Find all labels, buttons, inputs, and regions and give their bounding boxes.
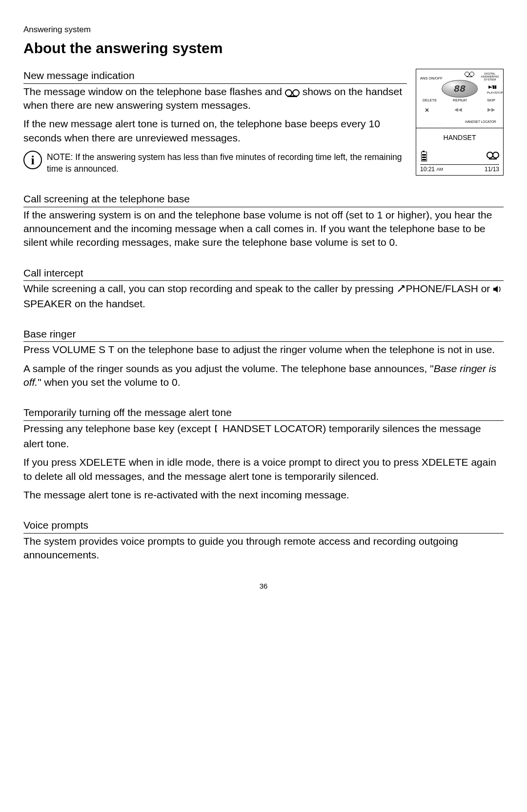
forward-icon: ▶▶ (487, 106, 495, 113)
phone-icon (397, 283, 405, 297)
tape-icon (486, 152, 499, 158)
screen-date: 11/13 (485, 165, 499, 173)
label-ans-onoff: ANS ON/OFF (420, 77, 443, 80)
para-base-ringer-1: Press VOLUME S T on the telephone base t… (23, 343, 504, 356)
para-call-intercept: While screening a call, you can stop rec… (23, 282, 504, 311)
screen-title: HANDSET (416, 133, 503, 142)
heading-call-screening: Call screening at the telephone base (23, 192, 504, 207)
label-repeat: REPEAT (453, 99, 467, 102)
label-playstop: PLAY/STOP (487, 91, 503, 94)
heading-base-ringer: Base ringer (23, 327, 504, 342)
screen-time: 10:21 AM (420, 165, 443, 173)
heading-call-intercept: Call intercept (23, 266, 504, 281)
para-temp-off-2: If you press XDELETE when in idle mode, … (23, 456, 504, 483)
battery-icon (421, 152, 427, 161)
tape-icon (285, 89, 300, 96)
page-number: 36 (23, 581, 504, 591)
para-voice-prompts: The system provides voice prompts to gui… (23, 535, 504, 562)
device-figure: ANS ON/OFF DIGITAL ANSWERING SYSTEM 88 ▶… (416, 69, 504, 176)
heading-temp-off: Temporarily turning off the message aler… (23, 406, 504, 420)
rewind-icon: ◀◀ (454, 106, 462, 113)
handset-screen: HANDSET 10:21 AM 11/13 (416, 128, 503, 175)
delete-x-icon: ✕ (425, 106, 429, 114)
label-delete: DELETE (423, 99, 437, 102)
play-stop-icon: ▶/▮▮ (488, 84, 496, 90)
note-text: NOTE: If the answering system has less t… (47, 150, 407, 175)
message-counter: 88 (442, 80, 478, 98)
info-icon: i (23, 151, 42, 169)
label-digital: DIGITAL ANSWERING SYSTEM (477, 72, 503, 81)
heading-voice-prompts: Voice prompts (23, 518, 504, 533)
speaker-icon (493, 283, 503, 297)
dots: . . . . . . (424, 122, 443, 126)
para-call-screening: If the answering system is on and the te… (23, 208, 504, 250)
para-new-message-2: If the new message alert tone is turned … (23, 117, 407, 145)
note-block: i NOTE: If the answering system has less… (23, 150, 407, 175)
section-label: Answering system (23, 24, 504, 36)
handset-icon (214, 423, 222, 437)
para-new-message-1: The message window on the telephone base… (23, 85, 407, 113)
label-handset-locator: HANDSET LOCATOR (465, 120, 496, 124)
heading-new-message: New message indication (23, 69, 407, 83)
page-title: About the answering system (23, 39, 504, 59)
para-base-ringer-2: A sample of the ringer sounds as you adj… (23, 362, 504, 390)
device-base-panel: ANS ON/OFF DIGITAL ANSWERING SYSTEM 88 ▶… (416, 69, 503, 128)
label-skip: SKIP (487, 99, 495, 102)
para-temp-off-1: Pressing any telephone base key (except … (23, 422, 504, 451)
para-temp-off-3: The message alert tone is re-activated w… (23, 488, 504, 502)
tape-icon (465, 72, 474, 77)
